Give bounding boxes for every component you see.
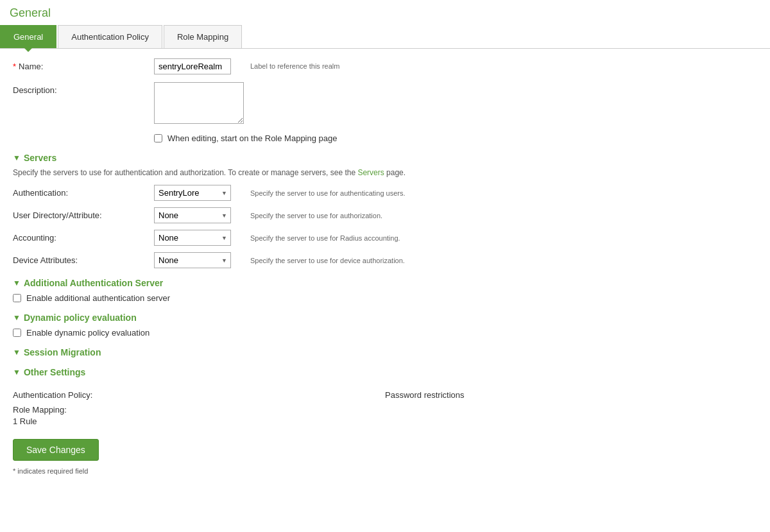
role-mapping-checkbox-label: When editing, start on the Role Mapping … <box>167 133 338 143</box>
dynamic-policy-checkbox-row: Enable dynamic policy evaluation <box>13 328 757 338</box>
password-restrictions-value-col <box>385 405 757 426</box>
required-note: * indicates required field <box>13 467 757 475</box>
accounting-row: Accounting: None Specify the server to u… <box>13 230 757 246</box>
auth-policy-label: Authentication Policy: <box>13 390 385 400</box>
session-migration-section-header[interactable]: ▼ Session Migration <box>13 347 757 357</box>
tabs-bar: General Authentication Policy Role Mappi… <box>0 25 770 49</box>
description-label: Description: <box>13 82 154 95</box>
user-directory-row: User Directory/Attribute: None Specify t… <box>13 207 757 223</box>
device-attributes-select[interactable]: None <box>154 252 231 268</box>
servers-section-title: Servers <box>24 153 56 163</box>
additional-auth-section-header[interactable]: ▼ Additional Authentication Server <box>13 278 757 288</box>
servers-link[interactable]: Servers <box>357 168 384 177</box>
password-restrictions-col: Password restrictions <box>385 390 757 402</box>
device-attributes-hint: Specify the server to use for device aut… <box>250 257 405 264</box>
user-directory-select-wrap: None <box>154 207 231 223</box>
accounting-label: Accounting: <box>13 233 154 243</box>
page-title: General <box>0 0 770 25</box>
session-migration-section-title: Session Migration <box>24 347 101 357</box>
save-changes-button[interactable]: Save Changes <box>13 439 99 461</box>
additional-auth-section-title: Additional Authentication Server <box>24 278 163 288</box>
role-mapping-col: Role Mapping: 1 Rule <box>13 405 385 426</box>
other-settings-section-title: Other Settings <box>24 367 85 377</box>
name-input[interactable] <box>154 58 231 74</box>
additional-auth-checkbox-row: Enable additional authentication server <box>13 293 757 303</box>
authentication-select[interactable]: SentryLore <box>154 185 231 201</box>
name-input-wrap <box>154 58 231 74</box>
additional-auth-checkbox-label: Enable additional authentication server <box>26 293 170 303</box>
tab-general[interactable]: General <box>0 25 56 48</box>
authentication-select-wrap: SentryLore <box>154 185 231 201</box>
other-settings-row-2: Role Mapping: 1 Rule <box>13 405 757 426</box>
name-row: *Name: Label to reference this realm <box>13 58 757 74</box>
servers-chevron-icon: ▼ <box>13 153 21 162</box>
additional-auth-checkbox[interactable] <box>13 294 21 302</box>
accounting-hint: Specify the server to use for Radius acc… <box>250 234 400 242</box>
name-hint: Label to reference this realm <box>250 58 339 70</box>
user-directory-label: User Directory/Attribute: <box>13 210 154 220</box>
other-settings-section-header[interactable]: ▼ Other Settings <box>13 367 757 377</box>
required-star: * <box>13 62 16 71</box>
servers-section-desc: Specify the servers to use for authentic… <box>13 168 757 177</box>
accounting-select-wrap: None <box>154 230 231 246</box>
device-attributes-row: Device Attributes: None Specify the serv… <box>13 252 757 268</box>
description-input-wrap <box>154 82 244 126</box>
name-label: *Name: <box>13 58 154 71</box>
authentication-hint: Specify the server to use for authentica… <box>250 189 406 197</box>
authentication-row: Authentication: SentryLore Specify the s… <box>13 185 757 201</box>
main-content: *Name: Label to reference this realm Des… <box>0 49 770 485</box>
dynamic-policy-chevron-icon: ▼ <box>13 313 21 322</box>
auth-policy-col: Authentication Policy: <box>13 390 385 402</box>
accounting-select[interactable]: None <box>154 230 231 246</box>
tab-role-mapping[interactable]: Role Mapping <box>164 25 242 48</box>
other-settings-chevron-icon: ▼ <box>13 368 21 377</box>
description-row: Description: <box>13 82 757 126</box>
additional-auth-chevron-icon: ▼ <box>13 279 21 287</box>
tab-auth-policy[interactable]: Authentication Policy <box>58 25 162 48</box>
other-settings-content: Authentication Policy: Password restrict… <box>13 384 757 426</box>
authentication-label: Authentication: <box>13 188 154 198</box>
dynamic-policy-section-header[interactable]: ▼ Dynamic policy evaluation <box>13 313 757 323</box>
device-attributes-label: Device Attributes: <box>13 255 154 265</box>
description-input[interactable] <box>154 82 244 124</box>
dynamic-policy-section-title: Dynamic policy evaluation <box>24 313 137 323</box>
role-mapping-checkbox-row: When editing, start on the Role Mapping … <box>154 133 757 143</box>
role-mapping-value: 1 Rule <box>13 416 385 426</box>
user-directory-hint: Specify the server to use for authorizat… <box>250 212 382 219</box>
role-mapping-label: Role Mapping: <box>13 405 385 415</box>
other-settings-row-1: Authentication Policy: Password restrict… <box>13 390 757 402</box>
role-mapping-checkbox[interactable] <box>154 134 162 142</box>
dynamic-policy-checkbox[interactable] <box>13 329 21 337</box>
user-directory-select[interactable]: None <box>154 207 231 223</box>
device-attributes-select-wrap: None <box>154 252 231 268</box>
session-migration-chevron-icon: ▼ <box>13 348 21 357</box>
servers-section-header[interactable]: ▼ Servers <box>13 153 757 163</box>
basic-info-section: *Name: Label to reference this realm Des… <box>13 58 757 143</box>
dynamic-policy-checkbox-label: Enable dynamic policy evaluation <box>26 328 150 338</box>
password-restrictions-label: Password restrictions <box>385 390 757 400</box>
